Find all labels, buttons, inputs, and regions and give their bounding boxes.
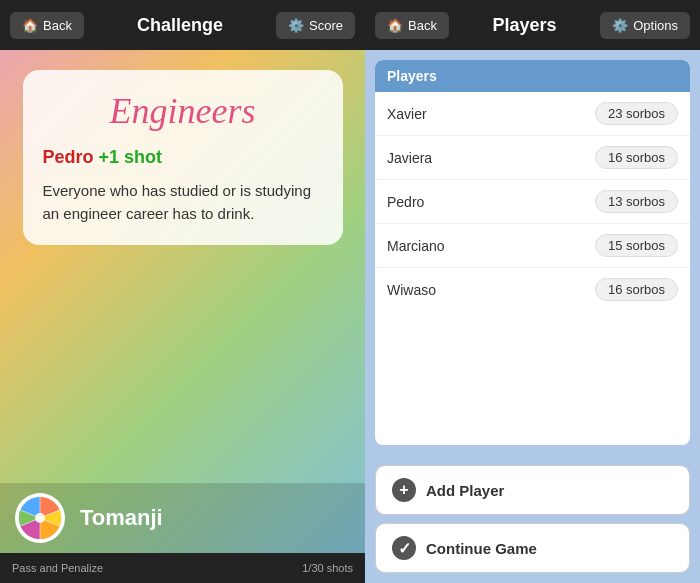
player-row-score: 16 sorbos (595, 146, 678, 169)
add-player-button[interactable]: + Add Player (375, 465, 690, 515)
left-title: Challenge (137, 15, 223, 36)
right-back-button[interactable]: 🏠 Back (375, 12, 449, 39)
left-header: 🏠 Back Challenge ⚙️ Score (0, 0, 365, 50)
left-back-button[interactable]: 🏠 Back (10, 12, 84, 39)
player-row-score: 15 sorbos (595, 234, 678, 257)
card-title: Engineers (43, 90, 323, 132)
bottom-bar: Tomanji (0, 483, 365, 553)
shots-counter: 1/30 shots (302, 562, 353, 574)
player-row-name: Wiwaso (387, 282, 436, 298)
player-row-score: 13 sorbos (595, 190, 678, 213)
challenge-card: Engineers Pedro +1 shot Everyone who has… (23, 70, 343, 245)
players-table: Players Xavier 23 sorbos Javiera 16 sorb… (375, 60, 690, 445)
continue-game-button[interactable]: ✓ Continue Game (375, 523, 690, 573)
table-row: Xavier 23 sorbos (375, 92, 690, 136)
player-action: +1 shot (99, 147, 163, 167)
options-button[interactable]: ⚙️ Options (600, 12, 690, 39)
home-icon: 🏠 (22, 18, 38, 33)
table-row: Javiera 16 sorbos (375, 136, 690, 180)
add-icon: + (392, 478, 416, 502)
table-row: Wiwaso 16 sorbos (375, 268, 690, 311)
table-row: Marciano 15 sorbos (375, 224, 690, 268)
action-buttons: + Add Player ✓ Continue Game (365, 455, 700, 583)
right-header: 🏠 Back Players ⚙️ Options (365, 0, 700, 50)
card-player: Pedro +1 shot (43, 147, 323, 168)
options-gear-icon: ⚙️ (612, 18, 628, 33)
player-row-name: Pedro (387, 194, 424, 210)
bottom-footer: Pass and Penalize 1/30 shots (0, 553, 365, 583)
right-title: Players (493, 15, 557, 36)
score-gear-icon: ⚙️ (288, 18, 304, 33)
table-row: Pedro 13 sorbos (375, 180, 690, 224)
player-row-name: Xavier (387, 106, 427, 122)
card-text: Everyone who has studied or is studying … (43, 180, 323, 225)
fruit-icon (15, 493, 65, 543)
player-row-name: Marciano (387, 238, 445, 254)
player-row-name: Javiera (387, 150, 432, 166)
player-row-score: 23 sorbos (595, 102, 678, 125)
right-home-icon: 🏠 (387, 18, 403, 33)
check-icon: ✓ (392, 536, 416, 560)
player-row-score: 16 sorbos (595, 278, 678, 301)
players-section: Players Xavier 23 sorbos Javiera 16 sorb… (365, 50, 700, 455)
right-panel: 🏠 Back Players ⚙️ Options Players Xavier… (365, 0, 700, 583)
player-name: Pedro (43, 147, 94, 167)
score-button[interactable]: ⚙️ Score (276, 12, 355, 39)
game-name: Tomanji (80, 505, 350, 531)
pass-penalize-label: Pass and Penalize (12, 562, 103, 574)
fruit-svg (17, 495, 63, 541)
players-table-header: Players (375, 60, 690, 92)
card-area: Engineers Pedro +1 shot Everyone who has… (0, 50, 365, 483)
left-panel: 🏠 Back Challenge ⚙️ Score Engineers Pedr… (0, 0, 365, 583)
